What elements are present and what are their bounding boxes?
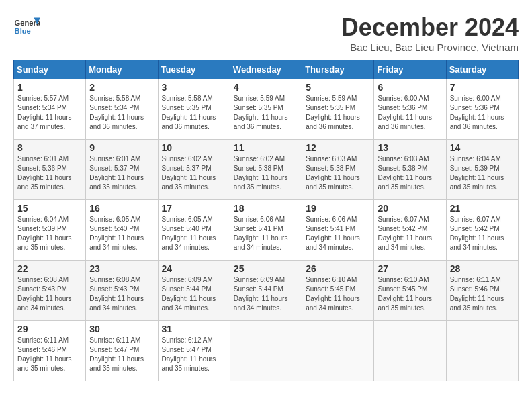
calendar-week-3: 15Sunrise: 6:04 AMSunset: 5:39 PMDayligh…	[14, 200, 519, 261]
day-info: Sunrise: 6:03 AMSunset: 5:38 PMDaylight:…	[378, 154, 442, 192]
calendar-day-28: 28Sunrise: 6:11 AMSunset: 5:46 PMDayligh…	[446, 261, 518, 321]
weekday-header-friday: Friday	[374, 60, 446, 79]
day-number: 24	[162, 263, 226, 274]
day-info: Sunrise: 6:08 AMSunset: 5:43 PMDaylight:…	[89, 275, 154, 313]
day-info: Sunrise: 6:04 AMSunset: 5:39 PMDaylight:…	[450, 154, 515, 192]
title-block: December 2024 Bac Lieu, Bac Lieu Provinc…	[341, 13, 519, 53]
day-number: 17	[162, 203, 226, 214]
calendar-week-1: 1Sunrise: 5:57 AMSunset: 5:34 PMDaylight…	[14, 79, 519, 140]
day-number: 9	[89, 142, 154, 153]
day-info: Sunrise: 6:10 AMSunset: 5:45 PMDaylight:…	[306, 275, 370, 313]
day-number: 27	[378, 263, 442, 274]
day-info: Sunrise: 6:05 AMSunset: 5:40 PMDaylight:…	[89, 215, 154, 253]
calendar-day-23: 23Sunrise: 6:08 AMSunset: 5:43 PMDayligh…	[86, 261, 158, 321]
day-number: 1	[17, 82, 82, 93]
calendar-day-10: 10Sunrise: 6:02 AMSunset: 5:37 PMDayligh…	[158, 140, 230, 200]
logo: General Blue	[13, 13, 40, 40]
weekday-header-tuesday: Tuesday	[158, 60, 230, 79]
calendar-day-22: 22Sunrise: 6:08 AMSunset: 5:43 PMDayligh…	[14, 261, 86, 321]
day-number: 5	[306, 82, 370, 93]
calendar-day-18: 18Sunrise: 6:06 AMSunset: 5:41 PMDayligh…	[230, 200, 302, 261]
day-number: 20	[378, 203, 442, 214]
day-number: 2	[89, 82, 154, 93]
logo-icon: General Blue	[13, 13, 40, 40]
day-number: 23	[89, 263, 154, 274]
month-title: December 2024	[341, 13, 519, 42]
day-info: Sunrise: 6:06 AMSunset: 5:41 PMDaylight:…	[306, 215, 370, 253]
day-info: Sunrise: 6:08 AMSunset: 5:43 PMDaylight:…	[17, 275, 82, 313]
day-number: 18	[234, 203, 298, 214]
weekday-header-sunday: Sunday	[14, 60, 86, 79]
day-number: 30	[89, 324, 154, 334]
calendar-day-14: 14Sunrise: 6:04 AMSunset: 5:39 PMDayligh…	[446, 140, 518, 200]
weekday-header-row: SundayMondayTuesdayWednesdayThursdayFrid…	[14, 60, 519, 79]
weekday-header-monday: Monday	[86, 60, 158, 79]
day-info: Sunrise: 6:11 AMSunset: 5:46 PMDaylight:…	[17, 336, 82, 373]
calendar-day-16: 16Sunrise: 6:05 AMSunset: 5:40 PMDayligh…	[86, 200, 158, 261]
calendar-day-8: 8Sunrise: 6:01 AMSunset: 5:36 PMDaylight…	[14, 140, 86, 200]
day-number: 3	[162, 82, 226, 93]
weekday-header-wednesday: Wednesday	[230, 60, 302, 79]
day-info: Sunrise: 6:02 AMSunset: 5:38 PMDaylight:…	[234, 154, 298, 192]
day-number: 4	[234, 82, 298, 93]
calendar-day-20: 20Sunrise: 6:07 AMSunset: 5:42 PMDayligh…	[374, 200, 446, 261]
day-info: Sunrise: 6:06 AMSunset: 5:41 PMDaylight:…	[234, 215, 298, 253]
calendar-day-13: 13Sunrise: 6:03 AMSunset: 5:38 PMDayligh…	[374, 140, 446, 200]
calendar-day-31: 31Sunrise: 6:12 AMSunset: 5:47 PMDayligh…	[158, 321, 230, 381]
day-number: 13	[378, 142, 442, 153]
calendar-day-5: 5Sunrise: 5:59 AMSunset: 5:35 PMDaylight…	[302, 79, 374, 140]
day-number: 8	[17, 142, 82, 153]
day-info: Sunrise: 5:58 AMSunset: 5:34 PMDaylight:…	[89, 94, 154, 132]
day-info: Sunrise: 6:07 AMSunset: 5:42 PMDaylight:…	[450, 215, 515, 253]
calendar-day-4: 4Sunrise: 5:59 AMSunset: 5:35 PMDaylight…	[230, 79, 302, 140]
day-number: 6	[378, 82, 442, 93]
calendar-week-4: 22Sunrise: 6:08 AMSunset: 5:43 PMDayligh…	[14, 261, 519, 321]
calendar-day-9: 9Sunrise: 6:01 AMSunset: 5:37 PMDaylight…	[86, 140, 158, 200]
day-number: 28	[450, 263, 515, 274]
day-info: Sunrise: 6:02 AMSunset: 5:37 PMDaylight:…	[162, 154, 226, 192]
calendar-day-26: 26Sunrise: 6:10 AMSunset: 5:45 PMDayligh…	[302, 261, 374, 321]
weekday-header-thursday: Thursday	[302, 60, 374, 79]
day-number: 31	[162, 324, 226, 334]
day-info: Sunrise: 6:11 AMSunset: 5:47 PMDaylight:…	[89, 336, 154, 373]
day-number: 26	[306, 263, 370, 274]
calendar-day-6: 6Sunrise: 6:00 AMSunset: 5:36 PMDaylight…	[374, 79, 446, 140]
day-number: 10	[162, 142, 226, 153]
day-info: Sunrise: 6:10 AMSunset: 5:45 PMDaylight:…	[378, 275, 442, 313]
calendar-day-24: 24Sunrise: 6:09 AMSunset: 5:44 PMDayligh…	[158, 261, 230, 321]
calendar-day-3: 3Sunrise: 5:58 AMSunset: 5:35 PMDaylight…	[158, 79, 230, 140]
calendar-day-12: 12Sunrise: 6:03 AMSunset: 5:38 PMDayligh…	[302, 140, 374, 200]
day-info: Sunrise: 5:58 AMSunset: 5:35 PMDaylight:…	[162, 94, 226, 132]
day-info: Sunrise: 6:01 AMSunset: 5:36 PMDaylight:…	[17, 154, 82, 192]
calendar-week-5: 29Sunrise: 6:11 AMSunset: 5:46 PMDayligh…	[14, 321, 519, 381]
day-number: 29	[17, 324, 82, 334]
day-info: Sunrise: 5:57 AMSunset: 5:34 PMDaylight:…	[17, 94, 82, 132]
calendar-day-7: 7Sunrise: 6:00 AMSunset: 5:36 PMDaylight…	[446, 79, 518, 140]
calendar-day-2: 2Sunrise: 5:58 AMSunset: 5:34 PMDaylight…	[86, 79, 158, 140]
calendar-day-21: 21Sunrise: 6:07 AMSunset: 5:42 PMDayligh…	[446, 200, 518, 261]
day-info: Sunrise: 6:00 AMSunset: 5:36 PMDaylight:…	[378, 94, 442, 132]
day-number: 14	[450, 142, 515, 153]
day-number: 12	[306, 142, 370, 153]
empty-cell	[374, 321, 446, 381]
day-info: Sunrise: 6:09 AMSunset: 5:44 PMDaylight:…	[162, 275, 226, 313]
day-number: 21	[450, 203, 515, 214]
day-number: 16	[89, 203, 154, 214]
day-info: Sunrise: 6:01 AMSunset: 5:37 PMDaylight:…	[89, 154, 154, 192]
empty-cell	[302, 321, 374, 381]
calendar-day-15: 15Sunrise: 6:04 AMSunset: 5:39 PMDayligh…	[14, 200, 86, 261]
day-number: 11	[234, 142, 298, 153]
day-info: Sunrise: 6:11 AMSunset: 5:46 PMDaylight:…	[450, 275, 515, 313]
empty-cell	[446, 321, 518, 381]
day-number: 25	[234, 263, 298, 274]
weekday-header-saturday: Saturday	[446, 60, 518, 79]
day-info: Sunrise: 6:00 AMSunset: 5:36 PMDaylight:…	[450, 94, 515, 132]
calendar-day-17: 17Sunrise: 6:05 AMSunset: 5:40 PMDayligh…	[158, 200, 230, 261]
day-number: 7	[450, 82, 515, 93]
day-number: 19	[306, 203, 370, 214]
empty-cell	[230, 321, 302, 381]
day-info: Sunrise: 5:59 AMSunset: 5:35 PMDaylight:…	[234, 94, 298, 132]
svg-text:Blue: Blue	[15, 27, 31, 35]
day-number: 22	[17, 263, 82, 274]
day-info: Sunrise: 6:12 AMSunset: 5:47 PMDaylight:…	[162, 336, 226, 373]
